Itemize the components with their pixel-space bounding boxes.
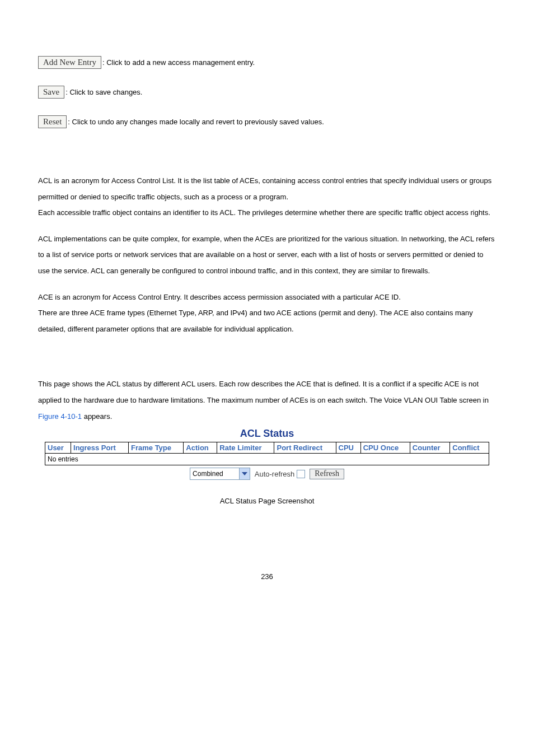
figure-link[interactable]: Figure 4-10-1 <box>38 412 82 421</box>
paragraph-acl-definition: ACL is an acronym for Access Control Lis… <box>38 173 496 221</box>
save-description: : Click to save changes. <box>65 88 142 96</box>
paragraph-page-intro: This page shows the ACL status by differ… <box>38 376 496 424</box>
add-new-entry-button[interactable]: Add New Entry <box>38 56 101 69</box>
save-button[interactable]: Save <box>38 86 64 99</box>
th-counter: Counter <box>410 442 449 454</box>
select-value: Combined <box>193 470 223 478</box>
th-conflict: Conflict <box>450 442 489 454</box>
auto-refresh-checkbox[interactable] <box>297 470 305 478</box>
th-user: User <box>45 442 71 454</box>
figure-caption: ACL Status Page Screenshot <box>38 497 496 505</box>
th-rate-limiter: Rate Limiter <box>217 442 274 454</box>
table-row: No entries <box>45 454 489 465</box>
auto-refresh-label: Auto-refresh <box>255 470 295 478</box>
acl-status-title: ACL Status <box>38 428 496 440</box>
add-new-entry-description: : Click to add a new access management e… <box>102 58 255 67</box>
th-ingress-port: Ingress Port <box>71 442 129 454</box>
auto-refresh-control: Auto-refresh <box>255 470 306 478</box>
refresh-button[interactable]: Refresh <box>310 469 344 479</box>
paragraph-acl-implementations: ACL implementations can be quite complex… <box>38 231 496 279</box>
th-cpu-once: CPU Once <box>360 442 410 454</box>
th-port-redirect: Port Redirect <box>274 442 336 454</box>
no-entries-cell: No entries <box>45 454 489 465</box>
svg-marker-0 <box>242 472 247 475</box>
reset-button[interactable]: Reset <box>38 115 67 128</box>
reset-description: : Click to undo any changes made locally… <box>68 118 324 126</box>
th-frame-type: Frame Type <box>129 442 184 454</box>
chevron-down-icon <box>239 468 250 479</box>
paragraph-ace-definition: ACE is an acronym for Access Control Ent… <box>38 290 496 338</box>
table-header-row: User Ingress Port Frame Type Action Rate… <box>45 442 489 454</box>
page-number: 236 <box>38 572 496 581</box>
th-cpu: CPU <box>336 442 360 454</box>
acl-status-table: User Ingress Port Frame Type Action Rate… <box>45 442 489 465</box>
acl-status-panel: User Ingress Port Frame Type Action Rate… <box>45 442 489 480</box>
user-filter-select[interactable]: Combined <box>190 468 250 480</box>
th-action: Action <box>184 442 217 454</box>
